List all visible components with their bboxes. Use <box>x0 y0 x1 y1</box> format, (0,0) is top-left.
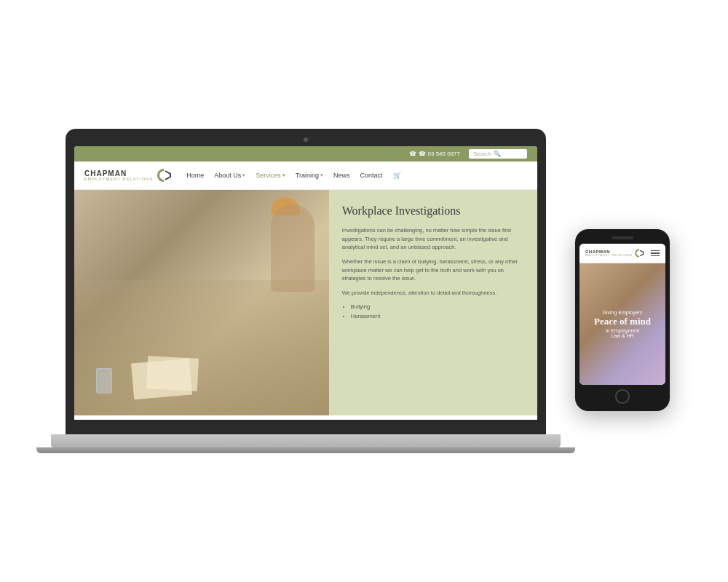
services-arrow: ▾ <box>282 172 285 178</box>
site-topbar: ☎ ☎ 03 545 0877 Search 🔍 <box>74 146 537 162</box>
phone-logo-text-wrapper: CHAPMAN EMPLOYMENT RELATIONS <box>585 250 633 257</box>
phone-in-employment: in Employment <box>606 328 639 333</box>
hero-list: Bullying Harassment <box>342 303 524 322</box>
phone-giving: Giving Employers <box>603 310 643 315</box>
search-icon: 🔍 <box>494 151 501 157</box>
phone-logo: CHAPMAN EMPLOYMENT RELATIONS <box>585 248 644 258</box>
training-arrow: ▾ <box>320 172 323 178</box>
chapman-logo-icon <box>156 167 172 183</box>
scene: ☎ ☎ 03 545 0877 Search 🔍 CHAPMAN <box>0 0 728 582</box>
phone-nav: CHAPMAN EMPLOYMENT RELATIONS <box>579 244 665 263</box>
phone-peace: Peace of mind <box>594 316 651 327</box>
site-logo: CHAPMAN EMPLOYMENT RELATIONS <box>84 167 172 183</box>
search-placeholder: Search <box>473 151 491 157</box>
logo-text: CHAPMAN EMPLOYMENT RELATIONS <box>84 170 153 182</box>
phone-site: CHAPMAN EMPLOYMENT RELATIONS <box>579 244 665 386</box>
nav-home[interactable]: Home <box>186 172 204 179</box>
nav-contact[interactable]: Contact <box>360 172 383 179</box>
laptop-foot <box>36 447 575 453</box>
hero-title: Workplace Investigations <box>342 204 524 218</box>
laptop-device: ☎ ☎ 03 545 0877 Search 🔍 CHAPMAN <box>58 129 553 453</box>
search-box[interactable]: Search 🔍 <box>469 149 527 159</box>
laptop-camera <box>304 137 308 142</box>
hero-para1: Investigations can be challenging, no ma… <box>342 226 524 252</box>
hamburger-line3 <box>651 255 660 257</box>
website: ☎ ☎ 03 545 0877 Search 🔍 CHAPMAN <box>74 146 537 420</box>
topbar-phone: ☎ ☎ 03 545 0877 <box>409 151 460 157</box>
site-nav: CHAPMAN EMPLOYMENT RELATIONS Home A <box>74 162 537 190</box>
phone-hero: Giving Employers Peace of mind in Employ… <box>579 263 665 386</box>
phone-screen: CHAPMAN EMPLOYMENT RELATIONS <box>579 244 665 386</box>
hamburger-line1 <box>651 250 660 252</box>
phone-logo-sub: EMPLOYMENT RELATIONS <box>585 254 633 257</box>
phone-chapman-logo-icon <box>634 248 644 258</box>
hero-list-item-bullying: Bullying <box>351 303 524 312</box>
hamburger-icon[interactable] <box>651 250 660 257</box>
hero-content: Workplace Investigations Investigations … <box>329 190 537 415</box>
about-arrow: ▾ <box>242 172 245 178</box>
site-hero: Workplace Investigations Investigations … <box>74 190 537 415</box>
phone-number: ☎ 03 545 0877 <box>419 151 460 157</box>
laptop-screen-border: ☎ ☎ 03 545 0877 Search 🔍 CHAPMAN <box>66 129 546 434</box>
phone-law-hr: Law & HR <box>611 333 634 338</box>
nav-news[interactable]: News <box>333 172 350 179</box>
phone-icon: ☎ <box>409 151 416 157</box>
nav-services[interactable]: Services ▾ <box>256 172 285 179</box>
glass-decoration <box>96 368 112 394</box>
laptop-screen: ☎ ☎ 03 545 0877 Search 🔍 CHAPMAN <box>74 146 537 420</box>
nav-cart[interactable]: 🛒 <box>393 172 401 179</box>
paper2-decoration <box>146 356 199 391</box>
logo-sub: EMPLOYMENT RELATIONS <box>84 178 153 182</box>
phone-device: CHAPMAN EMPLOYMENT RELATIONS <box>575 229 670 411</box>
hero-para3: We provide independence, attention to de… <box>342 289 524 298</box>
hero-para2: Whether the issue is a claim of bullying… <box>342 258 524 283</box>
phone-speaker <box>612 236 633 239</box>
hamburger-line2 <box>651 252 660 254</box>
nav-training[interactable]: Training ▾ <box>296 172 323 179</box>
hero-photo <box>74 190 329 415</box>
laptop-base <box>51 434 561 447</box>
hero-list-item-harassment: Harassment <box>351 312 524 322</box>
person-decoration <box>271 204 314 292</box>
phone-home-button[interactable] <box>615 389 630 404</box>
nav-items: Home About Us ▾ Services ▾ Training ▾ Ne… <box>186 172 400 179</box>
nav-about[interactable]: About Us ▾ <box>214 172 245 179</box>
